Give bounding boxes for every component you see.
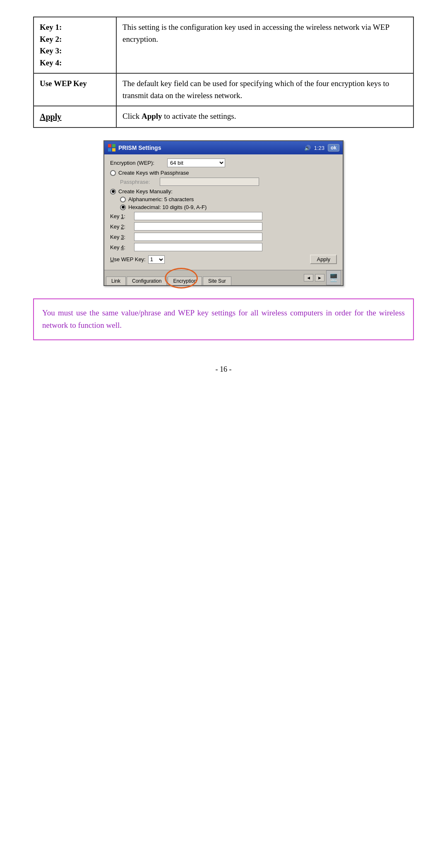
bottom-controls-row: Use WEP Key: 1 2 3 4 Apply [110, 255, 337, 264]
key4-row: Key 4: [110, 243, 337, 251]
svg-rect-3 [112, 148, 115, 151]
manually-radio-label: Create Keys Manually: [118, 188, 173, 195]
alphanumeric-radio[interactable] [120, 197, 126, 202]
keys-label-cell: Key 1: Key 2: Key 3: Key 4: [34, 17, 116, 73]
tab-link[interactable]: Link [106, 277, 126, 285]
use-wep-key-row: Use WEP Key: 1 2 3 4 [110, 255, 165, 264]
tab-arrow-left[interactable]: ◄ [304, 274, 313, 281]
notice-box: You must use the same value/phrase and W… [33, 298, 414, 340]
ok-button[interactable]: ok [328, 144, 339, 151]
key3-field-label: Key 3: [110, 234, 132, 240]
use-wep-label-cell: Use WEP Key [34, 73, 116, 106]
tab-encryption[interactable]: Encryption [168, 277, 202, 285]
windows-logo-icon [108, 144, 116, 152]
taskbar-icon: 🖥️ [326, 270, 341, 285]
key2-input[interactable] [134, 222, 262, 231]
title-bar-left: PRISM Settings [108, 144, 161, 152]
tab-arrow-right[interactable]: ► [315, 274, 324, 281]
tab-configuration[interactable]: Configuration [127, 277, 167, 285]
apply-button[interactable]: Apply [310, 255, 337, 264]
apply-desc-prefix: Click [123, 112, 142, 120]
key2-field-label: Key 2: [110, 224, 132, 230]
key2-row: Key 2: [110, 222, 337, 231]
alphanumeric-label: Alphanumeric: 5 characters [128, 196, 194, 202]
page-number: - 16 - [216, 365, 232, 374]
tabs-bar: Link Configuration Encryption Site Sur ◄… [104, 270, 343, 285]
hexadecimal-radio[interactable] [120, 204, 126, 210]
settings-table: Key 1: Key 2: Key 3: Key 4: This setting… [33, 17, 414, 128]
tabs-right: ◄ ► 🖥️ [304, 270, 341, 285]
encryption-label: Encryption (WEP): [110, 160, 164, 166]
hexadecimal-label: Hexadecimal: 10 digits (0-9, A-F) [128, 204, 207, 210]
passphrase-input[interactable] [160, 178, 259, 186]
key4-input[interactable] [134, 243, 262, 251]
apply-desc-suffix: to activate the settings. [162, 112, 236, 120]
use-wep-key-select[interactable]: 1 2 3 4 [148, 255, 165, 264]
title-bar-right: 🔊 1:23 ok [304, 144, 339, 151]
table-row-keys: Key 1: Key 2: Key 3: Key 4: This setting… [34, 17, 413, 73]
prism-settings-window: PRISM Settings 🔊 1:23 ok Encryption (WEP… [103, 140, 344, 286]
passphrase-radio-row: Create Keys with Passphrase [110, 170, 337, 176]
key1-input[interactable] [134, 212, 262, 220]
key3-row: Key 3: [110, 233, 337, 241]
key1-label: Key 1: [40, 23, 62, 31]
apply-label-cell: Apply [34, 106, 116, 127]
manually-radio-row: Create Keys Manually: [110, 188, 337, 195]
key3-input[interactable] [134, 233, 262, 241]
encryption-select[interactable]: 64 bit 128 bit Disabled [167, 159, 225, 167]
key1-field-label: Key 1: [110, 213, 132, 219]
apply-text: Apply [40, 112, 61, 121]
use-wep-description: The default key field can be used for sp… [116, 73, 413, 106]
svg-rect-1 [112, 144, 115, 147]
time-display: 1:23 [314, 145, 324, 151]
notice-text: You must use the same value/phrase and W… [42, 308, 405, 329]
key4-label: Key 4: [40, 58, 62, 67]
hexadecimal-radio-row: Hexadecimal: 10 digits (0-9, A-F) [120, 204, 337, 210]
key3-label: Key 3: [40, 46, 62, 55]
alphanumeric-radio-row: Alphanumeric: 5 characters [120, 196, 337, 202]
table-row-use-wep: Use WEP Key The default key field can be… [34, 73, 413, 106]
manually-radio[interactable] [110, 189, 116, 195]
encryption-label-text: Encryption (WEP): [110, 160, 154, 166]
encryption-row: Encryption (WEP): 64 bit 128 bit Disable… [110, 159, 337, 167]
encryption-circle-highlight [165, 268, 198, 289]
passphrase-field-label: Passphrase: [120, 179, 157, 185]
passphrase-radio-label: Create Keys with Passphrase [118, 170, 189, 176]
passphrase-input-row: Passphrase: [120, 178, 337, 186]
apply-desc-bold: Apply [142, 112, 162, 120]
key2-label: Key 2: [40, 35, 62, 43]
window-content: Encryption (WEP): 64 bit 128 bit Disable… [104, 154, 343, 270]
speaker-icon: 🔊 [304, 145, 311, 151]
table-row-apply: Apply Click Apply to activate the settin… [34, 106, 413, 127]
use-wep-key-label-text: Use WEP Key: [110, 256, 146, 262]
tab-site-survey[interactable]: Site Sur [203, 277, 231, 285]
use-wep-key-label: Use WEP Key [40, 79, 87, 88]
keys-description: This setting is the configuration key us… [116, 17, 413, 73]
svg-rect-2 [108, 148, 111, 151]
svg-rect-0 [108, 144, 111, 147]
apply-description: Click Apply to activate the settings. [116, 106, 413, 127]
key4-field-label: Key 4: [110, 244, 132, 250]
passphrase-radio[interactable] [110, 170, 116, 176]
key1-row: Key 1: [110, 212, 337, 220]
title-bar: PRISM Settings 🔊 1:23 ok [104, 141, 343, 154]
window-title: PRISM Settings [118, 144, 161, 151]
page-number-text: - 16 - [216, 365, 232, 373]
